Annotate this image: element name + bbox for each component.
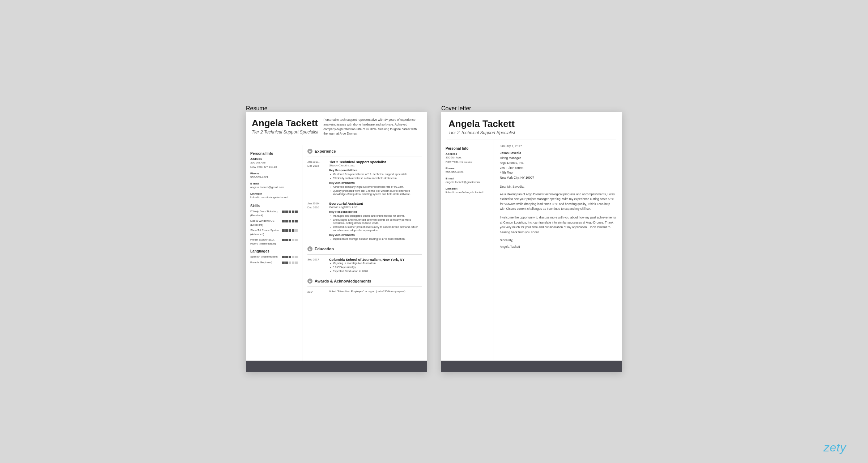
skill-name: ShoreTel Phone System (Advanced) [250, 229, 282, 236]
skill-dot [292, 239, 294, 241]
awards-section-header: ▶ Awards & Acknowledgements [307, 279, 422, 284]
award-description: Voted "Friendliest Employee" in region (… [329, 290, 422, 294]
language-item: French (Beginner) [250, 261, 298, 265]
cover-recipient: Jason Savedia Hiring Manager Argo Drones… [500, 151, 616, 180]
cover-linkedin-group: LinkedIn linkedin.com/in/angela.tackett [446, 187, 489, 195]
cover-recipient-floor: 44th Floor [500, 170, 616, 175]
education-divider [307, 254, 422, 255]
skill-dot [295, 220, 298, 222]
exp-resp-label: Key Responsibilities [329, 210, 422, 213]
education-icon: ▶ [307, 246, 312, 251]
language-dot [282, 256, 285, 258]
email-label: E-mail [250, 182, 298, 185]
awards-list: 2014Voted "Friendliest Employee" in regi… [307, 290, 422, 294]
skill-dot [295, 211, 298, 213]
education-title: Education [315, 247, 334, 251]
skill-dots [282, 239, 298, 241]
education-list: Sep 2017Columbia School of Journalism, N… [307, 258, 422, 273]
cover-closing: Sincerely, [500, 238, 616, 242]
exp-responsibility: Mentored fast-paced team of 12+ technica… [333, 173, 422, 176]
cover-address-group: Address 350 5th Ave. New York, NY 10118 [446, 152, 489, 164]
cover-recipient-name: Jason Savedia [500, 151, 616, 156]
skill-dot [282, 211, 285, 213]
cover-body: Personal Info Address 350 5th Ave. New Y… [441, 140, 622, 361]
exp-job-title: Secretarial Assistant [329, 201, 422, 205]
experience-list: Jan 2011 -Dec 2016Tier 2 Technical Suppo… [307, 160, 422, 241]
skill-dots [282, 229, 298, 232]
resume-name-area: Angela Tackett Tier 2 Technical Support … [252, 118, 318, 139]
awards-title: Awards & Acknowledgements [315, 279, 371, 283]
resume-summary-area: Personable tech support representative w… [323, 118, 421, 139]
experience-divider [307, 157, 422, 157]
education-section-header: ▶ Education [307, 246, 422, 251]
language-dot [295, 256, 298, 258]
language-dot [292, 262, 294, 264]
resume-body: Personal Info Address 350 5th Ave New Yo… [246, 145, 427, 361]
languages-list: Spanish (Intermediate)French (Beginner) [250, 255, 298, 264]
exp-date: Jan 2010 -Dec 2010 [307, 201, 326, 241]
linkedin-label: LinkedIn [250, 192, 298, 195]
exp-achievement: Quickly promoted from Tier 1 to the Tier… [333, 189, 422, 196]
language-dot [295, 262, 298, 264]
exp-achievement: Achieved company-high customer retention… [333, 185, 422, 188]
skill-dots [282, 211, 298, 213]
zety-logo: zety [824, 441, 846, 454]
skill-item: Printer Support (LG, Ricoh) (Intermediat… [250, 238, 298, 246]
cover-letter-card: Angela Tackett Tier 2 Technical Support … [441, 112, 622, 372]
skill-dot [282, 239, 285, 241]
skill-dot [292, 211, 294, 213]
exp-responsibility: Managed and delegated phone and online t… [333, 214, 422, 217]
edu-bullet: Expected Graduation in 2020 [333, 269, 422, 273]
resume-bottom-bar [246, 361, 427, 372]
experience-icon: ▶ [307, 149, 312, 154]
language-dots [282, 262, 298, 264]
skill-item: IT Help Desk Ticketing (Excellent) [250, 210, 298, 217]
experience-section-header: ▶ Experience [307, 149, 422, 154]
cover-signature: Angela Tackett [500, 245, 616, 249]
exp-responsibility: Efficiently cultivated fresh outsourced … [333, 177, 422, 180]
phone-label: Phone [250, 172, 298, 175]
skill-dot [289, 220, 291, 222]
exp-company: Silicon Circuitry, Inc. [329, 164, 422, 167]
language-dot [292, 256, 294, 258]
skill-dot [285, 229, 288, 232]
language-name: French (Beginner) [250, 261, 282, 265]
header-divider [246, 142, 427, 142]
cover-email-group: E-mail angela.tackett@gmail.com [446, 177, 489, 184]
cover-recipient-city: New York City, NY 10007 [500, 175, 616, 180]
exp-date: Jan 2011 -Dec 2016 [307, 160, 326, 196]
language-name: Spanish (Intermediate) [250, 255, 282, 259]
exp-company: Carson Logistics, LLC [329, 205, 422, 209]
edu-date: Sep 2017 [307, 258, 326, 273]
awards-divider [307, 286, 422, 287]
language-item: Spanish (Intermediate) [250, 255, 298, 259]
resume-name: Angela Tackett [252, 118, 318, 129]
linkedin-value: linkedin.com/in/angela-tackett [250, 195, 298, 200]
skill-dot [292, 229, 294, 232]
cover-recipient-title: Hiring Manager [500, 156, 616, 161]
exp-job-title: Tier 2 Technical Support Specialist [329, 160, 422, 164]
exp-content: Tier 2 Technical Support SpecialistSilic… [329, 160, 422, 196]
page-wrapper: Resume Angela Tackett Tier 2 Technical S… [0, 0, 868, 463]
exp-responsibility: Encouraged and influenced potential clie… [333, 218, 422, 225]
exp-responsibility: Instituted customer promotional survey t… [333, 225, 422, 232]
language-dot [289, 262, 291, 264]
cover-address-label: Address [446, 152, 489, 156]
exp-ach-label: Key Achievements [329, 181, 422, 184]
cover-title: Tier 2 Technical Support Specialist [448, 130, 615, 135]
edu-bullet: 3.8 GPA (currently) [333, 266, 422, 269]
exp-ach-label: Key Achievements [329, 233, 422, 237]
languages-label: Languages [250, 249, 298, 253]
skill-name: Mac & Windows OS (Excellent) [250, 219, 282, 227]
email-group: E-mail angela.tackett@gmail.com [250, 182, 298, 190]
skills-label: Skills [250, 204, 298, 208]
language-dot [282, 262, 285, 264]
cover-recipient-address: 285 Fulton Street [500, 166, 616, 171]
cover-greeting: Dear Mr. Savedia, [500, 185, 616, 188]
experience-entry: Jan 2010 -Dec 2010Secretarial AssistantC… [307, 201, 422, 241]
cover-email-value: angela.tackett@gmail.com [446, 180, 489, 184]
skill-dot [292, 220, 294, 222]
phone-group: Phone 555-555-4321 [250, 172, 298, 179]
award-entry: 2014Voted "Friendliest Employee" in regi… [307, 290, 422, 294]
cover-linkedin-label: LinkedIn [446, 187, 489, 190]
